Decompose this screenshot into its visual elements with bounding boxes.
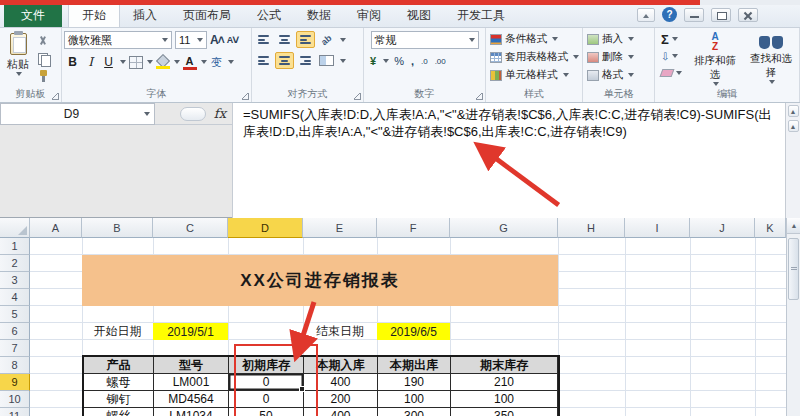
delete-cells-button[interactable]: 删除 bbox=[587, 49, 652, 65]
merge-center-button[interactable] bbox=[317, 52, 336, 69]
clear-button[interactable] bbox=[659, 65, 689, 81]
orientation-button[interactable]: ab bbox=[317, 31, 336, 48]
decrease-decimal-button[interactable]: .00 bbox=[433, 53, 448, 69]
row-header-4[interactable]: 4 bbox=[0, 289, 30, 306]
font-dialog-launcher-icon[interactable] bbox=[242, 93, 249, 100]
restore-window-icon[interactable] bbox=[711, 8, 731, 22]
column-header-f[interactable]: F bbox=[377, 218, 450, 238]
number-format-select[interactable]: 常规 bbox=[371, 31, 479, 49]
tab-developer[interactable]: 开发工具 bbox=[444, 3, 518, 27]
table-cell[interactable]: LM1034 bbox=[154, 408, 229, 416]
table-cell[interactable]: 210 bbox=[451, 374, 558, 391]
align-middle-button[interactable] bbox=[275, 31, 294, 48]
font-name-select[interactable]: 微软雅黑 bbox=[64, 31, 172, 49]
name-box[interactable]: D9 bbox=[0, 103, 155, 125]
table-header-product[interactable]: 产品 bbox=[84, 357, 154, 374]
column-header-b[interactable]: B bbox=[82, 218, 153, 238]
tab-review[interactable]: 审阅 bbox=[344, 3, 394, 27]
row-header-7[interactable]: 7 bbox=[0, 340, 30, 357]
table-cell[interactable]: 100 bbox=[451, 391, 558, 408]
conditional-formatting-button[interactable]: 条件格式 bbox=[490, 31, 580, 47]
alignment-dialog-launcher-icon[interactable] bbox=[354, 93, 361, 100]
tab-file[interactable]: 文件 bbox=[4, 3, 62, 27]
sort-filter-button[interactable]: AZ 排序和筛选 bbox=[689, 32, 741, 89]
tab-view[interactable]: 视图 bbox=[394, 3, 444, 27]
align-center-button[interactable] bbox=[275, 52, 294, 69]
grow-font-button[interactable]: A˄ bbox=[210, 33, 224, 47]
paste-button[interactable]: 粘贴 bbox=[2, 31, 34, 89]
table-cell[interactable]: 铆钉 bbox=[84, 391, 154, 408]
column-header-h[interactable]: H bbox=[558, 218, 625, 238]
comma-format-button[interactable]: , bbox=[409, 53, 416, 69]
start-date-label-cell[interactable]: 开始日期 bbox=[82, 323, 153, 340]
bold-button[interactable]: B bbox=[64, 53, 81, 71]
table-cell[interactable]: 300 bbox=[378, 408, 451, 416]
font-color-button[interactable]: A bbox=[181, 53, 198, 71]
column-header-k[interactable]: K bbox=[755, 218, 786, 238]
insert-function-icon[interactable]: fx bbox=[214, 106, 226, 121]
start-date-value-cell[interactable]: 2019/5/1 bbox=[153, 323, 228, 340]
column-header-i[interactable]: I bbox=[625, 218, 690, 238]
close-window-icon[interactable] bbox=[738, 8, 758, 22]
column-header-j[interactable]: J bbox=[690, 218, 755, 238]
formula-input[interactable]: =SUMIFS(入库表!D:D,入库表!A:A,"<"&进存销表!$C$6,入库… bbox=[232, 103, 785, 218]
formula-scroll-up-icon[interactable]: ▲ bbox=[788, 105, 799, 117]
phonetic-guide-button[interactable]: 变 bbox=[208, 53, 225, 71]
copy-icon[interactable] bbox=[34, 51, 56, 66]
table-cell[interactable]: MD4564 bbox=[154, 391, 229, 408]
row-header-5[interactable]: 5 bbox=[0, 306, 30, 323]
table-cell[interactable]: 350 bbox=[451, 408, 558, 416]
percent-format-button[interactable]: % bbox=[392, 53, 406, 69]
table-cell[interactable]: 190 bbox=[378, 374, 451, 391]
row-header-8[interactable]: 8 bbox=[0, 357, 30, 374]
minimize-ribbon-icon[interactable] bbox=[637, 8, 655, 22]
column-header-e[interactable]: E bbox=[303, 218, 377, 238]
fill-color-button[interactable] bbox=[154, 53, 171, 71]
row-header-1[interactable]: 1 bbox=[0, 238, 30, 255]
table-cell[interactable]: 100 bbox=[378, 391, 451, 408]
scrollbar-thumb[interactable] bbox=[788, 238, 799, 300]
tab-formulas[interactable]: 公式 bbox=[244, 3, 294, 27]
select-all-corner[interactable] bbox=[0, 218, 30, 238]
table-header-outbound[interactable]: 本期出库 bbox=[378, 357, 451, 374]
vertical-scrollbar[interactable]: ▲ bbox=[786, 218, 800, 416]
row-header-9-selected[interactable]: 9 bbox=[0, 374, 30, 391]
table-cell[interactable]: LM001 bbox=[154, 374, 229, 391]
align-right-button[interactable] bbox=[296, 52, 315, 69]
align-bottom-button[interactable] bbox=[296, 31, 315, 48]
font-size-select[interactable]: 11 bbox=[175, 31, 207, 49]
align-top-button[interactable] bbox=[254, 31, 273, 48]
minimize-window-icon[interactable] bbox=[684, 8, 704, 22]
clipboard-dialog-launcher-icon[interactable] bbox=[52, 93, 59, 100]
format-as-table-button[interactable]: 套用表格格式 bbox=[490, 49, 580, 65]
cell-styles-button[interactable]: 单元格样式 bbox=[490, 67, 580, 83]
find-select-button[interactable]: 查找和选择 bbox=[745, 32, 797, 89]
scroll-up-icon[interactable]: ▲ bbox=[787, 218, 800, 234]
cut-icon[interactable] bbox=[34, 34, 56, 49]
format-painter-icon[interactable] bbox=[34, 68, 56, 83]
row-header-6[interactable]: 6 bbox=[0, 323, 30, 340]
row-header-2[interactable]: 2 bbox=[0, 255, 30, 272]
align-left-button[interactable] bbox=[254, 52, 273, 69]
number-dialog-launcher-icon[interactable] bbox=[476, 93, 483, 100]
insert-cells-button[interactable]: 插入 bbox=[587, 31, 652, 47]
column-header-a[interactable]: A bbox=[30, 218, 82, 238]
table-cell[interactable]: 螺丝 bbox=[84, 408, 154, 416]
column-header-c[interactable]: C bbox=[153, 218, 228, 238]
autosum-button[interactable]: Σ bbox=[659, 31, 689, 47]
borders-button[interactable] bbox=[127, 53, 144, 71]
format-cells-button[interactable]: 格式 bbox=[587, 67, 652, 83]
increase-decimal-button[interactable]: .0 bbox=[419, 53, 430, 69]
fill-button[interactable]: ⇩ bbox=[659, 48, 689, 64]
tab-data[interactable]: 数据 bbox=[294, 3, 344, 27]
column-header-g[interactable]: G bbox=[450, 218, 558, 238]
table-cell[interactable]: 螺母 bbox=[84, 374, 154, 391]
end-date-label-cell[interactable]: 结束日期 bbox=[303, 323, 377, 340]
formula-bar-scrollbar[interactable]: ▲ ▲ bbox=[785, 103, 800, 218]
row-header-3[interactable]: 3 bbox=[0, 272, 30, 289]
table-header-ending-stock[interactable]: 期末库存 bbox=[451, 357, 558, 374]
tab-home[interactable]: 开始 bbox=[68, 2, 120, 27]
help-icon[interactable]: ? bbox=[662, 7, 677, 22]
end-date-value-cell[interactable]: 2019/6/5 bbox=[377, 323, 450, 340]
column-header-d-selected[interactable]: D bbox=[228, 218, 303, 238]
